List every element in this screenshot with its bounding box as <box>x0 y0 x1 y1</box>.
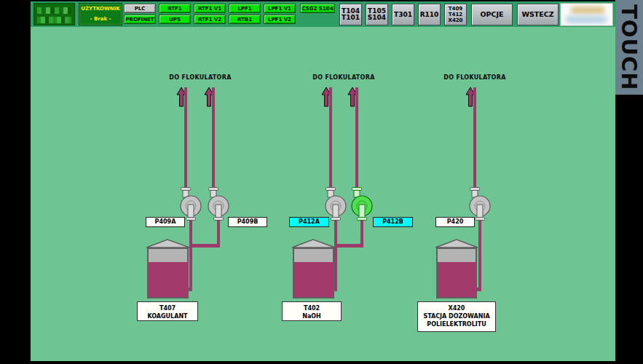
tank-label-line: NaOH <box>283 312 341 320</box>
btn-rtf1[interactable]: RTF1 <box>159 4 191 13</box>
tank-liquid-level <box>438 262 476 297</box>
touch-branding-strip: TOUCH <box>615 0 643 95</box>
btn-rtb1[interactable]: RTB1 <box>229 15 261 24</box>
tank-label-line: T402 <box>283 304 341 312</box>
nav-t105-s104[interactable]: T105 S104 <box>366 4 388 25</box>
user-value: - Brak - <box>79 14 122 24</box>
logo-blob <box>571 7 604 14</box>
flow-destination-label: DO FLOKULATORA <box>300 74 387 81</box>
nav-line: S104 <box>368 15 386 21</box>
tank-label-line: T407 <box>138 304 197 312</box>
btn-profinet[interactable]: PROFINET <box>124 15 156 24</box>
nav-line: T301 <box>394 12 412 18</box>
user-box[interactable]: UŻYTKOWNIK - Brak - <box>79 3 122 25</box>
btn-lpf1[interactable]: LPF1 <box>229 4 261 13</box>
pipe-outlet <box>212 87 215 189</box>
pump-label-p412a[interactable]: P412A <box>289 217 329 227</box>
nav-t104-t101[interactable]: T104 T101 <box>339 4 362 25</box>
btn-lpf1-v2[interactable]: LPF1 V2 <box>264 15 296 24</box>
tank-label-t402: T402 NaOH <box>282 301 342 321</box>
tank-t402 <box>293 248 334 298</box>
nav-line: T101 <box>342 15 360 21</box>
logo-censored <box>560 3 613 26</box>
btn-lpf1-v1[interactable]: LPF1 V1 <box>264 4 296 13</box>
flow-destination-label: DO FLOKULATORA <box>431 74 518 81</box>
logo-blob <box>566 16 607 23</box>
pixelated-row <box>37 7 71 14</box>
tank-t407 <box>147 248 189 298</box>
user-label: UŻYTKOWNIK <box>79 4 122 14</box>
nav-line: R110 <box>420 12 439 18</box>
tank-liquid-level <box>149 262 187 297</box>
tank-label-line: STACJA DOZOWANIA <box>418 312 495 320</box>
nav-line: T409 <box>449 6 462 12</box>
btn-csg2-s104[interactable]: CSG2 S104 <box>300 4 335 13</box>
tank-label-x420: X420 STACJA DOZOWANIA POLIELEKTROLITU <box>417 301 496 332</box>
nav-line: WSTECZ <box>521 11 553 18</box>
tank-label-t407: T407 KOAGULANT <box>137 301 198 321</box>
tank-label-line: POLIELEKTROLITU <box>418 320 495 328</box>
pipe-outlet <box>473 87 476 189</box>
btn-rtf1-v2[interactable]: RTF1 V2 <box>194 15 226 24</box>
pipe-outlet <box>355 87 358 189</box>
nav-line: OPCJE <box>480 11 503 18</box>
process-diagram: DO FLOKULATORA P409A P409B T407 <box>31 27 615 361</box>
frame-left <box>0 0 31 364</box>
header-bar: UŻYTKOWNIK - Brak - PLC PROFINET RTF1 UP… <box>31 0 615 27</box>
pump-label-p420[interactable]: P420 <box>435 217 475 227</box>
hmi-screen: UŻYTKOWNIK - Brak - PLC PROFINET RTF1 UP… <box>0 0 643 364</box>
tank-label-line: X420 <box>418 304 495 312</box>
pipe-suction <box>334 219 337 291</box>
pipe-junction <box>334 244 363 248</box>
tank-liquid-level <box>294 262 333 297</box>
nav-t301[interactable]: T301 <box>392 4 414 25</box>
pipe-junction <box>189 244 220 248</box>
nav-wstecz[interactable]: WSTECZ <box>517 4 559 25</box>
btn-plc[interactable]: PLC <box>124 4 156 13</box>
flow-destination-label: DO FLOKULATORA <box>157 74 244 81</box>
pixelated-row <box>37 17 71 23</box>
pump-label-p409b[interactable]: P409B <box>228 217 267 227</box>
nav-opcje[interactable]: OPCJE <box>471 4 513 25</box>
pump-label-p412b[interactable]: P412B <box>373 217 413 227</box>
pipe-outlet <box>184 87 187 189</box>
pipe-suction <box>189 219 192 291</box>
nav-line: X420 <box>448 17 462 23</box>
frame-right: TOUCH <box>615 0 643 364</box>
btn-ups[interactable]: UPS <box>159 15 191 24</box>
pipe-outlet <box>329 87 332 189</box>
btn-rtf1-v1[interactable]: RTF1 V1 <box>194 4 226 13</box>
tank-label-line: KOAGULANT <box>138 312 197 320</box>
pump-label-p409a[interactable]: P409A <box>146 217 185 227</box>
datetime-display-censored <box>33 3 75 25</box>
nav-line: T412 <box>449 12 462 17</box>
frame-bottom <box>31 361 615 364</box>
touch-brand-label: TOUCH <box>615 4 643 91</box>
pipe-suction <box>478 219 481 291</box>
nav-t409-t412-x420[interactable]: T409 T412 X420 <box>444 4 467 25</box>
nav-r110[interactable]: R110 <box>418 4 441 25</box>
tank-x420 <box>436 248 477 298</box>
